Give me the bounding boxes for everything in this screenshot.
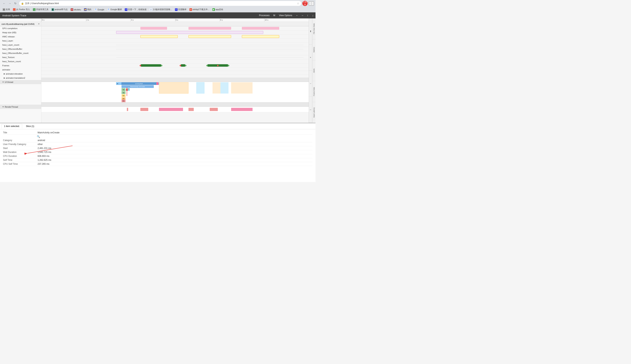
- detail-value-cpu-self: 237.265 ms: [38, 163, 312, 165]
- ui-block-de3[interactable]: De: [122, 100, 126, 102]
- tab-slice[interactable]: Slice (1): [24, 124, 37, 128]
- detail-row-wall-duration: Wall Duration 1,642.725 ms: [3, 150, 312, 154]
- bookmark-android[interactable]: 📱 android学习点: [50, 8, 69, 11]
- ui-block-tr[interactable]: tr: [156, 82, 158, 85]
- arrow-right[interactable]: →: [300, 12, 305, 18]
- bookmark-apps[interactable]: ⊞ 应用: [2, 8, 11, 11]
- file-stats-label: File Size Stats: [313, 23, 315, 34]
- input-latency-label: Input Latency: [313, 108, 315, 118]
- back-button[interactable]: ←: [2, 1, 7, 6]
- google-translate-icon: G: [107, 8, 110, 11]
- profile-button[interactable]: 已暂停: [302, 1, 308, 6]
- bookmark-star-icon[interactable]: ☆: [297, 2, 299, 5]
- ui-block-activity-start[interactable]: activityStart: [122, 82, 156, 85]
- ui-block-in2[interactable]: in: [128, 88, 130, 91]
- frame-bar-1[interactable]: [140, 64, 162, 67]
- tab-item-selected[interactable]: 1 item selected.: [2, 124, 22, 128]
- address-bar[interactable]: 🔒 文件 | /Users/hufeiyang/trace.html ☆: [19, 1, 301, 6]
- track-label-ui-thread[interactable]: ▼UI thread: [0, 80, 41, 84]
- track-label-animator-translationz[interactable]: ▶animator:translationZ: [0, 76, 41, 80]
- render-bar-2[interactable]: [140, 108, 149, 111]
- gpu-bar-2[interactable]: [189, 27, 231, 30]
- metrics-label: Metrics: [313, 47, 315, 52]
- ui-block-de1[interactable]: De: [122, 94, 126, 97]
- process-close-button[interactable]: ✕: [38, 23, 40, 25]
- ruler-corner: [0, 18, 41, 22]
- bookmark-my[interactable]: 📂 我的: [83, 8, 93, 11]
- detail-label-title: Title: [3, 131, 37, 134]
- bookmark-okhttp[interactable]: ok okhttp3下载文件...: [188, 8, 211, 11]
- render-bar-3[interactable]: [159, 108, 183, 111]
- bookmark-translate[interactable]: G Google 翻译: [106, 8, 123, 11]
- bookmark-google[interactable]: G Google: [93, 8, 105, 11]
- side-tab-zoom-out[interactable]: −: [309, 70, 312, 97]
- track-render-thread-content[interactable]: [41, 107, 309, 112]
- side-tab-file-stats[interactable]: File Size Stats: [312, 18, 316, 39]
- ui-block-mainactivity-oncreate[interactable]: MainActivity onCreate: [122, 85, 154, 88]
- bookmark-baidu-translate[interactable]: 百 百度翻译: [174, 8, 188, 11]
- refresh-button[interactable]: ↻: [13, 1, 18, 6]
- akulaku-icon: 🎯: [71, 8, 73, 11]
- bookmark-baidu[interactable]: 百 百度一下，你就知道: [124, 8, 148, 11]
- track-label-gpu: GPU completion:: [0, 26, 41, 30]
- side-tab-frame-data[interactable]: Frame Data: [312, 81, 316, 102]
- ui-block-right-4[interactable]: [220, 82, 229, 94]
- render-bar-4[interactable]: [189, 108, 194, 111]
- ui-block-right-3[interactable]: [213, 82, 221, 94]
- gpu-bar-1[interactable]: [140, 27, 167, 30]
- arrow-down[interactable]: ↓: [310, 12, 316, 18]
- arrow-left[interactable]: ←: [294, 12, 300, 18]
- m-button[interactable]: M: [272, 12, 277, 18]
- ui-block-bin[interactable]: /d: [116, 82, 121, 85]
- side-tab-alerts[interactable]: Alerts: [312, 60, 316, 81]
- side-tab-metrics[interactable]: Metrics: [312, 39, 316, 60]
- detail-row-cpu-self-time: CPU Self Time 237.265 ms: [3, 162, 312, 166]
- bottom-panel: 1 item selected. Slice (1) Title MainAct…: [0, 123, 316, 182]
- bookmark-label: Google 翻译: [111, 8, 122, 11]
- track-hwui-layer-count: [41, 43, 309, 47]
- ui-block-right-5[interactable]: [231, 82, 253, 94]
- track-label-animator-elevation[interactable]: ▶animator:elevation: [0, 72, 41, 76]
- render-bar-1[interactable]: [127, 108, 128, 111]
- track-content-area[interactable]: 0 s 2 s 4 s 6 s 8 s 10 s 12 s: [41, 18, 309, 123]
- ui-block-op2[interactable]: Op: [122, 91, 126, 94]
- nav-buttons: ← → ↻: [2, 1, 18, 6]
- folder-icon: 📂: [84, 8, 87, 11]
- forward-button[interactable]: →: [7, 1, 13, 6]
- ui-block-right-1[interactable]: [159, 82, 189, 94]
- browser-menu-button[interactable]: ⋮: [309, 1, 314, 6]
- side-tab-zoom-in[interactable]: +: [309, 44, 312, 70]
- hwc-bar-1[interactable]: [140, 35, 178, 38]
- offscreen-line: [116, 49, 303, 49]
- side-tab-input-latency[interactable]: Input Latency: [312, 102, 316, 123]
- side-tab-cursor[interactable]: ⬆: [309, 18, 312, 44]
- firefox-icon: 🦊: [13, 8, 16, 11]
- collapse-icon: ▼: [2, 106, 4, 108]
- side-tab-zoom-fit[interactable]: ↔: [309, 97, 312, 123]
- detail-row-cpu-duration: CPU Duration 606.693 ms: [3, 154, 312, 158]
- ui-block-right-2[interactable]: [196, 82, 204, 94]
- heap-bar-1[interactable]: [116, 31, 263, 34]
- ui-block-in1[interactable]: in: [127, 88, 128, 91]
- track-label-render-thread[interactable]: ▼RenderThread: [0, 105, 41, 109]
- arrow-up[interactable]: ↑: [305, 12, 310, 18]
- frame-dot-green-1: P: [161, 65, 162, 66]
- gpu-bar-3[interactable]: [242, 27, 279, 30]
- render-bar-6[interactable]: [231, 108, 253, 111]
- bookmark-label: 百度翻译: [178, 8, 186, 11]
- ui-block-op1[interactable]: Op: [122, 88, 126, 91]
- bookmark-akulaku[interactable]: 🎯 akulaku: [70, 8, 82, 11]
- processes-button[interactable]: Processes: [257, 12, 272, 18]
- view-options-button[interactable]: View Options: [277, 12, 294, 18]
- bookmark-version[interactable]: 2 2.0版本更新页面整...: [149, 8, 173, 11]
- bookmark-devtools[interactable]: 🔧 开发常用工具: [32, 8, 50, 11]
- detail-magnifier-row: 🔍: [3, 135, 312, 138]
- render-bar-5[interactable]: [210, 108, 218, 111]
- hwc-bar-2[interactable]: [189, 35, 231, 38]
- process-header-track: [41, 22, 309, 26]
- hwc-bar-3[interactable]: [242, 35, 279, 38]
- bookmark-firefox[interactable]: 🦊 从 Firefox 导入: [12, 8, 31, 11]
- magnifier-icon[interactable]: 🔍: [37, 135, 40, 138]
- bookmark-app[interactable]: ▶ app启动: [211, 8, 224, 11]
- track-ui-thread-content[interactable]: /d activityStart C MainActivity onCreate…: [41, 82, 309, 102]
